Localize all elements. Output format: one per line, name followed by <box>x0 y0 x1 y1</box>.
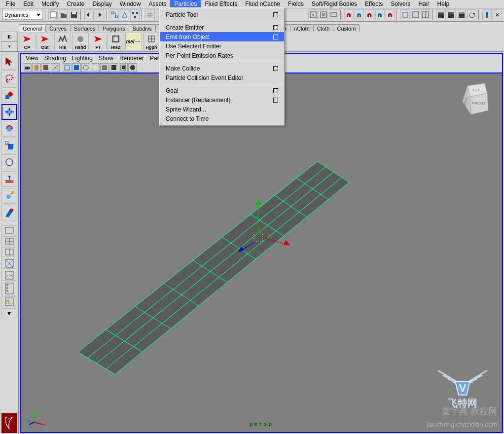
grid-toggle-button[interactable] <box>51 63 60 72</box>
menu-create[interactable]: Create <box>63 0 88 8</box>
menu-edit[interactable]: Edit <box>19 0 37 8</box>
clapper-2-button[interactable] <box>447 9 456 20</box>
save-scene-button[interactable] <box>69 9 78 20</box>
menu-fields[interactable]: Fields <box>284 0 308 8</box>
menu-item-goal[interactable]: Goal <box>160 86 284 95</box>
show-manip-tool[interactable] <box>1 188 17 204</box>
menu-modify[interactable]: Modify <box>37 0 63 8</box>
xray-button[interactable] <box>109 63 118 72</box>
soft-mod-tool[interactable] <box>1 171 17 187</box>
menu-effects[interactable]: Effects <box>361 0 387 8</box>
render-settings-button[interactable] <box>329 9 338 20</box>
select-by-hierarchy-button[interactable] <box>109 9 119 20</box>
script-layout[interactable]: ▾ <box>1 308 17 318</box>
toolbox-toggle-button[interactable] <box>482 9 492 20</box>
option-box-icon[interactable] <box>273 88 278 93</box>
menu-particles[interactable]: Particles <box>170 0 201 8</box>
layout-2-button[interactable] <box>421 9 431 20</box>
magnet-2-button[interactable] <box>355 9 364 20</box>
universal-manip-tool[interactable] <box>1 154 17 170</box>
shelf-button-ft[interactable]: FT <box>90 33 107 50</box>
new-scene-button[interactable] <box>48 9 58 20</box>
menu-item-emit-from-object[interactable]: Emit from Object <box>160 32 284 41</box>
isolate-select-button[interactable] <box>119 63 128 72</box>
menu-item-create-emitter[interactable]: Create Emitter <box>160 23 284 32</box>
menu-item-instancer-replacement[interactable]: Instancer (Replacement) <box>160 95 284 105</box>
menu-softrigidbodies[interactable]: Soft/Rigid Bodies <box>308 0 361 8</box>
single-pane-layout[interactable] <box>1 225 17 235</box>
scale-tool[interactable] <box>1 138 17 153</box>
option-box-icon[interactable] <box>273 66 278 71</box>
panel-menu-shading[interactable]: Shading <box>41 55 69 62</box>
menu-fluideffects[interactable]: Fluid Effects <box>201 0 241 8</box>
menu-window[interactable]: Window <box>116 0 145 8</box>
clapper-1-button[interactable] <box>436 9 446 20</box>
redo-button[interactable] <box>95 9 104 20</box>
undo-button[interactable] <box>84 9 94 20</box>
textured-button[interactable] <box>91 63 100 72</box>
magnet-5-button[interactable] <box>386 9 395 20</box>
open-scene-button[interactable] <box>59 9 68 20</box>
shelf-menu-button[interactable]: ▾ <box>1 41 18 51</box>
shelf-tab-cloth[interactable]: Cloth <box>313 24 334 32</box>
bookmarks-button[interactable] <box>32 63 41 72</box>
paint-select-tool[interactable] <box>1 87 17 103</box>
panel-menu-lighting[interactable]: Lighting <box>69 55 96 62</box>
menu-help[interactable]: Help <box>433 0 454 8</box>
panel-menu-view[interactable]: View <box>23 55 41 62</box>
use-lights-button[interactable] <box>81 63 90 72</box>
wire-on-shaded-button[interactable] <box>100 63 109 72</box>
select-by-component-button[interactable] <box>130 9 140 20</box>
option-box-icon[interactable] <box>273 98 278 103</box>
panel-menu-show[interactable]: Show <box>96 55 116 62</box>
menu-item-per-point-emission-rates[interactable]: Per-Point Emission Rates <box>160 51 284 60</box>
menu-item-make-collide[interactable]: Make Collide <box>160 64 284 73</box>
menu-file[interactable]: File <box>2 0 19 8</box>
menu-hair[interactable]: Hair <box>415 0 433 8</box>
hypershade-layout[interactable] <box>1 282 17 295</box>
shelf-button-mel[interactable]: mel <box>125 33 142 50</box>
smooth-shade-button[interactable] <box>72 63 81 72</box>
select-by-object-button[interactable] <box>120 9 129 20</box>
shelf-tab-curves[interactable]: Curves <box>45 24 71 32</box>
option-box-icon[interactable] <box>273 35 278 39</box>
persp-outliner-layout[interactable] <box>1 258 17 269</box>
option-box-icon[interactable] <box>273 12 278 17</box>
menu-item-sprite-wizard[interactable]: Sprite Wizard... <box>160 105 284 114</box>
clapper-3-button[interactable] <box>457 9 466 20</box>
magnet-3-button[interactable] <box>365 9 374 20</box>
shelf-button-hshd[interactable]: Hshd <box>72 33 89 50</box>
select-tool[interactable] <box>1 54 17 70</box>
shelf-tab-surfaces[interactable]: Surfaces <box>70 24 99 32</box>
magnet-1-button[interactable] <box>344 9 354 20</box>
lasso-tool[interactable] <box>1 71 17 86</box>
high-quality-button[interactable] <box>128 63 137 72</box>
shelf-switcher-button[interactable]: ◧ <box>1 32 18 41</box>
menu-item-particle-collision-event-editor[interactable]: Particle Collision Event Editor <box>160 73 284 82</box>
menu-solvers[interactable]: Solvers <box>387 0 415 8</box>
image-plane-button[interactable] <box>41 63 50 72</box>
two-pane-v-layout[interactable] <box>1 247 17 257</box>
menu-item-use-selected-emitter[interactable]: Use Selected Emitter <box>160 41 284 51</box>
shelf-button-his[interactable]: His <box>54 33 71 50</box>
shelf-tab-polygons[interactable]: Polygons <box>99 24 129 32</box>
shelf-tab-ncloth[interactable]: nCloth <box>290 24 314 32</box>
magnet-4-button[interactable] <box>375 9 385 20</box>
panel-menu-renderer[interactable]: Renderer <box>116 55 147 62</box>
ipr-render-button[interactable] <box>319 9 328 20</box>
shelf-tab-general[interactable]: General <box>19 24 46 32</box>
option-box-icon[interactable] <box>273 25 278 30</box>
snap-grid-button[interactable] <box>145 9 155 20</box>
shelf-button-hgph[interactable]: Hgph <box>143 33 160 50</box>
clapper-4-button[interactable] <box>467 9 476 20</box>
trax-layout[interactable] <box>1 296 17 307</box>
menu-display[interactable]: Display <box>88 0 115 8</box>
menu-item-particle-tool[interactable]: Particle Tool <box>160 10 284 19</box>
last-tool[interactable] <box>1 205 17 220</box>
render-view-button[interactable] <box>308 9 318 20</box>
close-toolbar-button[interactable]: ✕ <box>493 9 502 20</box>
camera-select-button[interactable] <box>23 63 32 72</box>
shelf-button-hrb[interactable]: HRB <box>108 33 124 50</box>
persp-graph-layout[interactable] <box>1 270 17 281</box>
four-pane-layout[interactable] <box>1 236 17 246</box>
